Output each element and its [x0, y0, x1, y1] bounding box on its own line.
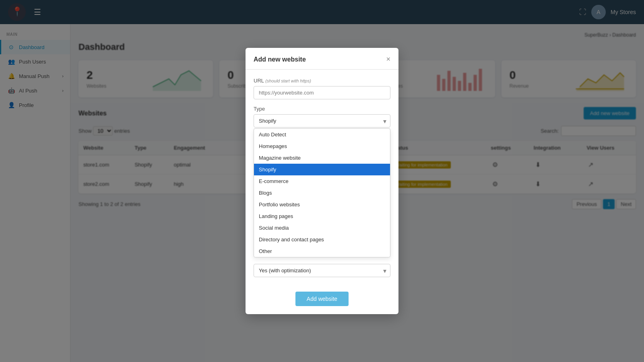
dropdown-item-portfolio[interactable]: Portfolio websites — [254, 199, 390, 210]
type-select-wrapper: Auto Detect Homepages Magazine website S… — [254, 114, 390, 128]
dropdown-item-landing[interactable]: Landing pages — [254, 210, 390, 222]
modal-header: Add new website × — [246, 48, 398, 70]
url-field-group: URL (should start with https) — [254, 78, 390, 99]
url-input[interactable] — [254, 86, 390, 99]
dropdown-item-auto-detect[interactable]: Auto Detect — [254, 129, 390, 140]
dropdown-item-blogs[interactable]: Blogs — [254, 187, 390, 199]
optimization-field-group: Yes (with optimization) No ▾ — [254, 264, 390, 277]
dropdown-item-directory[interactable]: Directory and contact pages — [254, 234, 390, 245]
modal-close-button[interactable]: × — [386, 55, 390, 64]
optimization-select[interactable]: Yes (with optimization) No — [254, 264, 390, 277]
add-website-modal: Add new website × URL (should start with… — [246, 48, 398, 314]
dropdown-item-magazine[interactable]: Magazine website — [254, 152, 390, 164]
modal-title: Add new website — [254, 56, 306, 63]
modal-body: URL (should start with https) Type Auto … — [246, 70, 398, 292]
type-select[interactable]: Auto Detect Homepages Magazine website S… — [254, 114, 390, 128]
add-website-button[interactable]: Add website — [295, 292, 349, 306]
modal-footer: Add website — [246, 292, 398, 314]
dropdown-item-social[interactable]: Social media — [254, 222, 390, 234]
url-label: URL (should start with https) — [254, 78, 390, 84]
dropdown-item-other[interactable]: Other — [254, 245, 390, 257]
dropdown-item-shopify[interactable]: Shopify — [254, 164, 390, 175]
optimization-select-wrapper: Yes (with optimization) No ▾ — [254, 264, 390, 277]
type-dropdown-list: Auto Detect Homepages Magazine website S… — [254, 128, 390, 257]
dropdown-item-ecommerce[interactable]: E-commerce — [254, 175, 390, 187]
dropdown-item-homepages[interactable]: Homepages — [254, 140, 390, 152]
type-label: Type — [254, 106, 390, 112]
modal-overlay: Add new website × URL (should start with… — [0, 0, 644, 362]
type-field-group: Type Auto Detect Homepages Magazine webs… — [254, 106, 390, 257]
